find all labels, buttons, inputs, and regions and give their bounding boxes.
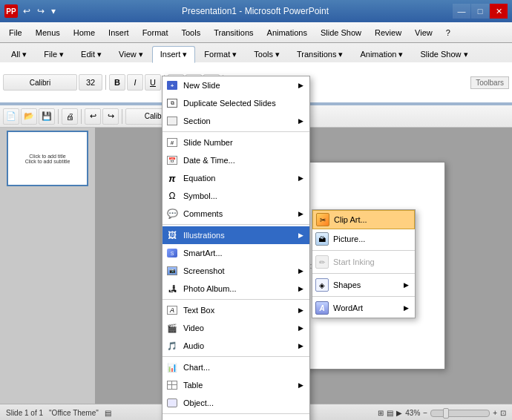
text-box-arrow: ▶ <box>298 306 303 314</box>
menu-item-symbol[interactable]: Ω Symbol... <box>163 187 309 205</box>
title-bar-left: PP ↩ ↪ ▾ <box>4 4 58 18</box>
view-slide-btn[interactable]: ▤ <box>387 409 393 417</box>
sep5 <box>163 413 309 414</box>
menu-item-date-time[interactable]: 📅 Date & Time... <box>163 151 309 169</box>
view-normal-btn[interactable]: ⊞ <box>378 409 384 417</box>
wordart-label: WordArt <box>333 303 363 312</box>
menu-review[interactable]: Review <box>369 26 407 39</box>
italic-button[interactable]: I <box>127 74 143 91</box>
maximize-button[interactable]: □ <box>471 4 489 19</box>
menu-item-hyperlink: 🔗 Hyperlink... <box>163 416 309 420</box>
date-time-label: Date & Time... <box>183 156 303 165</box>
menu-format[interactable]: Format <box>137 26 174 39</box>
undo-btn[interactable]: ↩ <box>85 108 101 125</box>
tab-animation[interactable]: Animation ▾ <box>352 46 411 62</box>
zoom-slider-thumb[interactable] <box>443 408 449 419</box>
undo-button[interactable]: ↩ <box>21 4 33 18</box>
illustrations-icon: 🖼 <box>165 229 179 242</box>
close-button[interactable]: ✕ <box>490 4 508 19</box>
menu-item-text-box[interactable]: A Text Box ▶ <box>163 301 309 319</box>
tab-file[interactable]: File ▾ <box>36 46 72 62</box>
illustrations-label: Illustrations <box>183 231 294 240</box>
view-slideshow-btn[interactable]: ▶ <box>396 409 402 417</box>
menu-item-video[interactable]: 🎬 Video ▶ <box>163 319 309 337</box>
menu-item-equation[interactable]: π Equation ▶ <box>163 169 309 187</box>
quick-access-arrow[interactable]: ▾ <box>49 4 58 18</box>
illustrations-arrow: ▶ <box>298 232 303 239</box>
video-arrow: ▶ <box>298 324 303 332</box>
menu-help[interactable]: ? <box>440 26 456 39</box>
menu-item-object[interactable]: Object... <box>163 394 309 412</box>
minimize-button[interactable]: — <box>453 4 470 19</box>
tab-insert[interactable]: Insert ▾ <box>152 46 196 63</box>
tab-slideshow[interactable]: Slide Show ▾ <box>412 46 476 62</box>
menu-animations[interactable]: Animations <box>261 26 313 39</box>
window-controls: — □ ✕ <box>453 4 508 19</box>
print-btn[interactable]: 🖨 <box>62 108 78 125</box>
menu-item-illustrations[interactable]: 🖼 Illustrations ▶ <box>163 226 309 244</box>
menu-item-comments[interactable]: 💬 Comments ▶ <box>163 205 309 223</box>
menu-menus[interactable]: Menus <box>30 26 66 39</box>
font-family-dropdown[interactable]: Calibri <box>3 74 77 91</box>
tab-edit[interactable]: Edit ▾ <box>73 46 110 62</box>
submenu-item-wordart[interactable]: A WordArt ▶ <box>312 298 415 318</box>
underline-button[interactable]: U <box>145 74 161 91</box>
menu-item-section[interactable]: Section ▶ <box>163 112 309 130</box>
submenu-item-clip-art[interactable]: ✂ Clip Art... <box>312 210 415 229</box>
table-label: Table <box>183 381 294 390</box>
symbol-label: Symbol... <box>183 191 303 200</box>
save-btn[interactable]: 💾 <box>39 108 55 125</box>
tab-tools[interactable]: Tools ▾ <box>246 46 288 62</box>
illustrations-submenu: ✂ Clip Art... 🏔 Picture... ✏ Start Inkin… <box>312 209 416 318</box>
screenshot-arrow: ▶ <box>298 267 303 275</box>
menu-tools[interactable]: Tools <box>175 26 206 39</box>
menu-file[interactable]: File <box>3 26 28 39</box>
sub-sep2 <box>312 273 415 274</box>
submenu-item-shapes[interactable]: ◈ Shapes ▶ <box>312 275 415 295</box>
menu-view[interactable]: View <box>409 26 439 39</box>
sep2 <box>163 224 309 225</box>
menu-item-screenshot[interactable]: 📷 Screenshot ▶ <box>163 262 309 280</box>
menu-item-slide-number[interactable]: # Slide Number <box>163 134 309 151</box>
submenu-item-picture[interactable]: 🏔 Picture... <box>312 229 415 249</box>
menu-item-table[interactable]: Table ▶ <box>163 376 309 394</box>
insert-dropdown-menu: + New Slide ▶ ⧉ Duplicate Selected Slide… <box>162 76 310 420</box>
slide-thumbnail[interactable]: Click to add titleClick to add subtitle <box>7 131 88 186</box>
redo-button[interactable]: ↪ <box>35 4 47 18</box>
smartart-icon: S <box>165 246 179 260</box>
tab-transitions[interactable]: Transitions ▾ <box>289 46 351 62</box>
status-right: ⊞ ▤ ▶ 43% − + ⊡ <box>378 409 506 417</box>
app-icon: PP <box>4 4 18 18</box>
object-label: Object... <box>183 398 303 407</box>
symbol-icon: Ω <box>165 189 179 203</box>
new-btn[interactable]: 📄 <box>3 108 19 125</box>
zoom-slider-track[interactable] <box>430 410 490 417</box>
chart-label: Chart... <box>183 363 303 372</box>
zoom-in-btn[interactable]: + <box>493 409 497 417</box>
open-btn[interactable]: 📂 <box>21 108 37 125</box>
picture-icon: 🏔 <box>315 232 329 246</box>
menu-item-chart[interactable]: 📊 Chart... <box>163 358 309 376</box>
redo-btn[interactable]: ↪ <box>102 108 119 125</box>
menu-home[interactable]: Home <box>68 26 101 39</box>
menu-insert[interactable]: Insert <box>102 26 135 39</box>
menu-item-smartart[interactable]: S SmartArt... <box>163 244 309 262</box>
font-size-field[interactable]: 32 <box>79 74 102 91</box>
menu-item-new-slide[interactable]: + New Slide ▶ <box>163 76 309 94</box>
equation-icon: π <box>165 171 179 185</box>
tab-all[interactable]: All ▾ <box>3 46 35 62</box>
menu-item-photo-album[interactable]: 🏞 Photo Album... ▶ <box>163 280 309 298</box>
smartart-label: SmartArt... <box>183 249 303 257</box>
bold-button[interactable]: B <box>109 74 125 91</box>
fit-window-btn[interactable]: ⊡ <box>500 409 506 417</box>
tab-view[interactable]: View ▾ <box>111 46 151 62</box>
menu-item-audio[interactable]: 🎵 Audio ▶ <box>163 337 309 355</box>
menu-item-dup-slides[interactable]: ⧉ Duplicate Selected Slides <box>163 94 309 112</box>
comments-label: Comments <box>183 209 294 218</box>
menu-slideshow[interactable]: Slide Show <box>315 26 367 39</box>
zoom-out-btn[interactable]: − <box>423 409 427 417</box>
menu-transitions[interactable]: Transitions <box>208 26 259 39</box>
inking-icon: ✏ <box>315 255 329 269</box>
sub-sep3 <box>312 296 415 297</box>
tab-format[interactable]: Format ▾ <box>196 46 245 62</box>
